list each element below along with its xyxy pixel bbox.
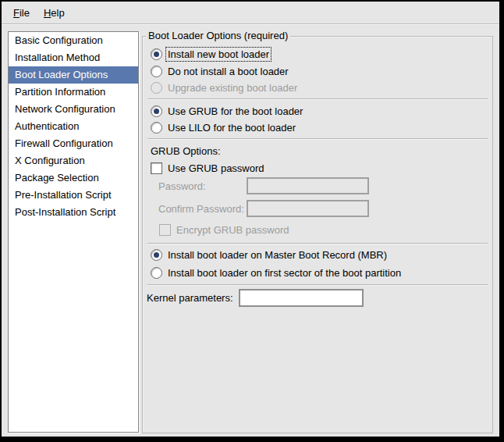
- sidebar-item-x-configuration[interactable]: X Configuration: [9, 152, 138, 169]
- radio-button-icon: [151, 267, 162, 279]
- radio-button-icon: [151, 48, 162, 60]
- separator: [147, 138, 488, 140]
- radio-use-grub[interactable]: Use GRUB for the boot loader: [151, 103, 303, 119]
- radio-install-on-mbr[interactable]: Install boot loader on Master Boot Recor…: [151, 247, 387, 262]
- checkbox-encrypt-grub-password: Encrypt GRUB password: [159, 222, 289, 237]
- sidebar-item-firewall-configuration[interactable]: Firewall Configuration: [9, 135, 138, 152]
- confirm-password-label: Confirm Password:: [158, 203, 244, 215]
- radio-label: Install new boot loader: [166, 48, 271, 61]
- radio-button-icon: [151, 122, 162, 134]
- checkbox-use-grub-password[interactable]: Use GRUB password: [151, 160, 264, 176]
- menu-file[interactable]: File: [6, 5, 37, 21]
- confirm-password-input: [247, 200, 369, 217]
- sidebar-item-boot-loader-options[interactable]: Boot Loader Options: [9, 66, 138, 84]
- radio-button-icon: [151, 105, 162, 117]
- radio-label: Install boot loader on Master Boot Recor…: [168, 249, 387, 261]
- checkbox-icon: [151, 162, 162, 174]
- separator: [147, 243, 488, 244]
- radio-label: Install boot loader on first sector of t…: [168, 267, 401, 279]
- category-list: Basic Configuration Installation Method …: [8, 31, 139, 433]
- sidebar-item-network-configuration[interactable]: Network Configuration: [9, 101, 138, 118]
- radio-upgrade-existing-boot-loader: Upgrade existing boot loader: [151, 80, 297, 95]
- radio-use-lilo[interactable]: Use LILO for the boot loader: [151, 119, 296, 135]
- sidebar-item-package-selection[interactable]: Package Selection: [9, 169, 138, 187]
- radio-label: Do not install a boot loader: [168, 66, 289, 77]
- menu-help[interactable]: Help: [37, 5, 72, 21]
- boot-loader-options-group: Boot Loader Options (required) Install n…: [142, 36, 493, 433]
- kickstart-configurator-window: File Help Basic Configuration Installati…: [0, 0, 504, 442]
- radio-install-new-boot-loader[interactable]: Install new boot loader: [151, 46, 271, 62]
- radio-button-icon: [151, 82, 162, 94]
- sidebar-item-basic-configuration[interactable]: Basic Configuration: [9, 32, 138, 49]
- group-title: Boot Loader Options (required): [146, 30, 290, 41]
- password-label: Password:: [158, 180, 206, 192]
- sidebar-item-authentication[interactable]: Authentication: [9, 118, 138, 135]
- separator: [147, 284, 488, 286]
- checkbox-label: Use GRUB password: [168, 162, 264, 174]
- radio-do-not-install-boot-loader[interactable]: Do not install a boot loader: [151, 63, 289, 79]
- confirm-password-label-row: Confirm Password:: [158, 201, 244, 216]
- sidebar-item-installation-method[interactable]: Installation Method: [9, 49, 138, 66]
- sidebar-item-pre-installation-script[interactable]: Pre-Installation Script: [9, 187, 138, 204]
- grub-options-heading: GRUB Options:: [151, 143, 221, 159]
- radio-label: Upgrade existing boot loader: [168, 82, 297, 94]
- heading-label: GRUB Options:: [151, 145, 221, 157]
- menubar: File Help: [2, 2, 499, 24]
- radio-label: Use GRUB for the boot loader: [168, 105, 303, 117]
- password-input: [247, 177, 369, 194]
- kernel-parameters-label: Kernel parameters:: [147, 292, 233, 304]
- checkbox-label: Encrypt GRUB password: [176, 224, 289, 236]
- checkbox-icon: [159, 224, 171, 236]
- sidebar-item-partition-information[interactable]: Partition Information: [9, 84, 138, 101]
- radio-button-icon: [151, 249, 162, 261]
- radio-button-icon: [151, 66, 162, 77]
- sidebar-item-post-installation-script[interactable]: Post-Installation Script: [9, 204, 138, 221]
- kernel-parameters-label-row: Kernel parameters:: [147, 290, 233, 305]
- kernel-parameters-input[interactable]: [239, 289, 364, 307]
- radio-install-on-first-sector[interactable]: Install boot loader on first sector of t…: [151, 265, 401, 280]
- radio-label: Use LILO for the boot loader: [168, 122, 296, 134]
- separator: [147, 98, 488, 100]
- password-label-row: Password:: [158, 178, 206, 194]
